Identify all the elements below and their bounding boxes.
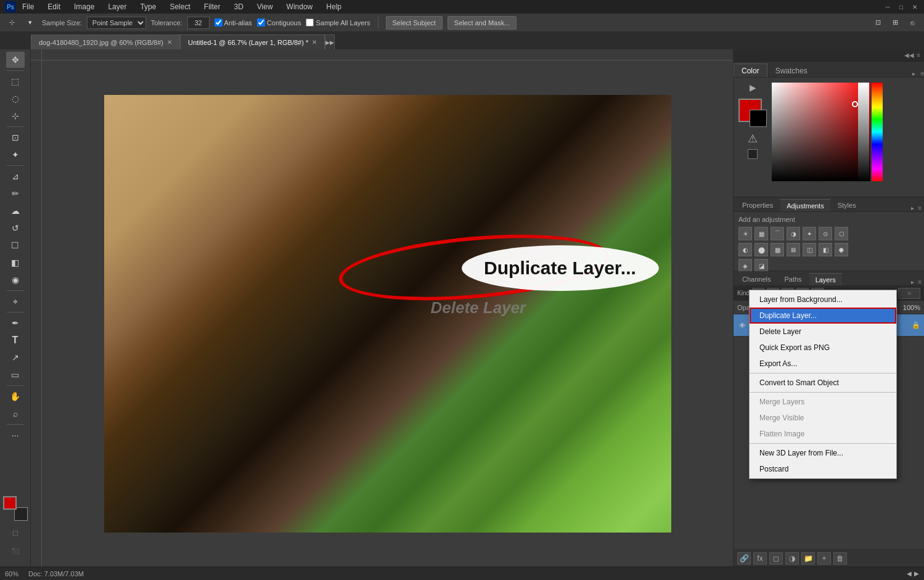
gradient-map-adj-icon[interactable]: ◈ xyxy=(738,259,752,272)
layers-panel-collapse[interactable]: ▸ xyxy=(909,279,917,285)
dodge-tool[interactable]: ⌖ xyxy=(6,293,25,309)
menu-item-file[interactable]: File xyxy=(20,2,36,11)
status-next-btn[interactable]: ▶ xyxy=(914,570,919,577)
menu-item-3d[interactable]: 3D xyxy=(231,2,245,11)
more-tools-btn[interactable]: ··· xyxy=(6,427,25,443)
menu-item-select[interactable]: Select xyxy=(167,2,192,11)
menu-item-help[interactable]: Help xyxy=(324,2,344,11)
context-menu-item-3[interactable]: Quick Export as PNG xyxy=(750,340,896,356)
heal-tool[interactable]: ⊿ xyxy=(6,168,25,184)
share-icon[interactable]: ⎋ xyxy=(906,16,919,30)
sample-all-checkbox[interactable] xyxy=(306,18,314,27)
sample-size-select[interactable]: Point Sample xyxy=(87,17,146,29)
quick-mask-btn[interactable]: ⬚ xyxy=(6,525,25,541)
adj-panel-collapse[interactable]: ▸ xyxy=(909,205,917,211)
color-gradient[interactable] xyxy=(772,83,870,181)
magic-wand-tool[interactable]: ⊹ xyxy=(6,108,25,124)
tab-paths[interactable]: Paths xyxy=(778,273,807,285)
context-menu-item-4[interactable]: Export As... xyxy=(750,356,896,372)
menu-bar[interactable]: FileEditImageLayerTypeSelectFilter3DView… xyxy=(20,2,344,11)
add-style-btn[interactable]: fx xyxy=(753,552,767,565)
zoom-fit-icon[interactable]: ⊡ xyxy=(871,16,885,30)
hue-strip[interactable] xyxy=(872,83,883,181)
context-menu-item-7[interactable]: Merge Visible xyxy=(750,410,896,426)
select-subject-button[interactable]: Select Subject xyxy=(386,16,443,30)
menu-item-type[interactable]: Type xyxy=(137,2,158,11)
new-group-btn[interactable]: 📁 xyxy=(801,552,815,565)
color-panel-menu-btn[interactable]: ≡ xyxy=(920,70,924,77)
invert-adj-icon[interactable]: ◫ xyxy=(803,243,816,256)
context-menu-item-8[interactable]: Flatten Image xyxy=(750,426,896,442)
context-menu-item-6[interactable]: Merge Layers xyxy=(750,394,896,410)
new-layer-btn[interactable]: + xyxy=(817,552,831,565)
menu-item-edit[interactable]: Edit xyxy=(45,2,63,11)
canvas-container[interactable]: Duplicate Layer... Delete Layer xyxy=(42,60,733,566)
color-panel-collapse[interactable]: ▸ xyxy=(910,70,918,77)
panel-collapse-btn[interactable]: ◀◀ xyxy=(904,52,914,59)
tab-properties[interactable]: Properties xyxy=(736,199,779,211)
levels-adj-icon[interactable]: ▦ xyxy=(754,227,768,240)
anti-alias-label[interactable]: Anti-alias xyxy=(215,18,252,27)
tab-dog-close[interactable]: ✕ xyxy=(167,39,172,46)
foreground-color-swatch[interactable] xyxy=(3,496,17,510)
hue-sat-adj-icon[interactable]: ⊙ xyxy=(819,227,832,240)
select-mask-button[interactable]: Select and Mask... xyxy=(448,16,517,30)
channel-mix-adj-icon[interactable]: ▩ xyxy=(771,243,784,256)
curves-adj-icon[interactable]: ⌒ xyxy=(771,227,784,240)
marquee-tool[interactable]: ⬚ xyxy=(6,73,25,89)
layer-visibility-icon[interactable]: 👁 xyxy=(737,321,747,330)
tab-untitled-close[interactable]: ✕ xyxy=(312,39,317,46)
brush-tool[interactable]: ✏ xyxy=(6,186,25,202)
context-menu-item-1[interactable]: Duplicate Layer... xyxy=(750,308,896,324)
history-brush[interactable]: ↺ xyxy=(6,220,25,236)
hand-tool[interactable]: ✋ xyxy=(6,388,25,404)
tab-color[interactable]: Color xyxy=(734,63,767,77)
exposure-adj-icon[interactable]: ◑ xyxy=(787,227,800,240)
maximize-button[interactable]: □ xyxy=(897,2,906,11)
shape-tool[interactable]: ▭ xyxy=(6,367,25,383)
color-play-btn[interactable]: ▶ xyxy=(750,83,756,92)
anti-alias-checkbox[interactable] xyxy=(215,18,223,27)
window-controls[interactable]: ─ □ ✕ xyxy=(883,2,919,11)
menu-item-view[interactable]: View xyxy=(255,2,276,11)
close-button[interactable]: ✕ xyxy=(910,2,919,11)
tolerance-input[interactable] xyxy=(187,17,210,29)
collapse-panels-btn[interactable]: ▶▶ xyxy=(325,35,335,49)
tab-swatches[interactable]: Swatches xyxy=(767,63,816,77)
minimize-button[interactable]: ─ xyxy=(883,2,892,11)
lasso-tool[interactable]: ◌ xyxy=(6,91,25,107)
color-picker-area[interactable] xyxy=(772,83,919,192)
tab-adjustments[interactable]: Adjustments xyxy=(780,199,830,211)
menu-item-filter[interactable]: Filter xyxy=(202,2,223,11)
threshold-adj-icon[interactable]: ⯂ xyxy=(835,243,848,256)
tab-dog-image[interactable]: dog-4180480_1920.jpg @ 60% (RGB/8#) ✕ xyxy=(31,35,180,49)
eyedropper-tool[interactable]: ✦ xyxy=(6,147,25,163)
context-menu-item-2[interactable]: Delete Layer xyxy=(750,324,896,340)
tab-layers[interactable]: Layers xyxy=(809,273,842,285)
color-balance-adj-icon[interactable]: ⬡ xyxy=(835,227,848,240)
blur-tool[interactable]: ◉ xyxy=(6,272,25,288)
adj-panel-menu-btn[interactable]: ≡ xyxy=(918,205,922,211)
crop-tool[interactable]: ⊡ xyxy=(6,129,25,145)
fill-value[interactable]: 100% xyxy=(903,304,920,311)
add-mask-btn[interactable]: ◻ xyxy=(769,552,783,565)
gradient-tool[interactable]: ◧ xyxy=(6,255,25,271)
brightness-adj-icon[interactable]: ☀ xyxy=(738,227,752,240)
contiguous-checkbox[interactable] xyxy=(257,18,265,27)
menu-item-image[interactable]: Image xyxy=(72,2,97,11)
sample-all-label[interactable]: Sample All Layers xyxy=(306,18,370,27)
context-menu-item-0[interactable]: Layer from Background... xyxy=(750,292,896,308)
contiguous-label[interactable]: Contiguous xyxy=(257,18,301,27)
small-swatch[interactable] xyxy=(748,149,758,159)
context-menu-item-10[interactable]: Postcard xyxy=(750,461,896,477)
text-tool[interactable]: T xyxy=(6,332,25,348)
background-color-btn[interactable] xyxy=(750,110,767,127)
selective-color-adj-icon[interactable]: ◪ xyxy=(754,259,768,272)
context-menu-item-9[interactable]: New 3D Layer from File... xyxy=(750,445,896,461)
new-fill-layer-btn[interactable]: ◑ xyxy=(785,552,799,565)
saturation-strip[interactable] xyxy=(858,83,869,181)
zoom-fill-icon[interactable]: ⊞ xyxy=(888,16,902,30)
context-menu-item-5[interactable]: Convert to Smart Object xyxy=(750,375,896,391)
color-lookup-adj-icon[interactable]: ⊠ xyxy=(787,243,800,256)
menu-item-window[interactable]: Window xyxy=(284,2,316,11)
